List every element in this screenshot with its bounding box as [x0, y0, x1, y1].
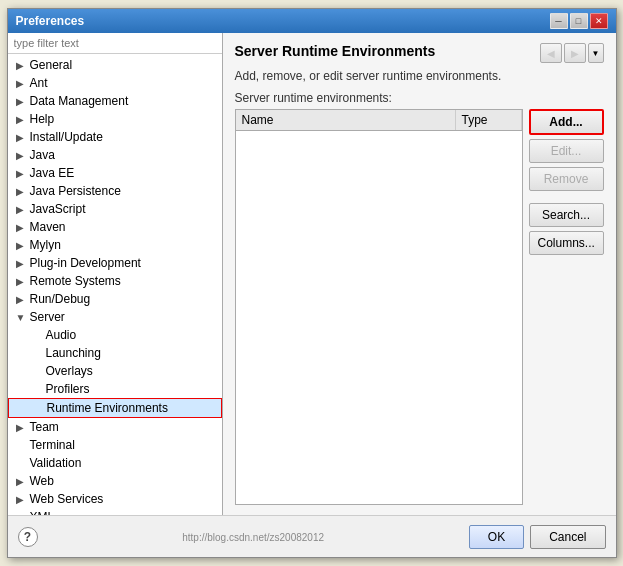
- panel-title: Server Runtime Environments: [235, 43, 436, 59]
- tree-item-label: Terminal: [30, 438, 75, 452]
- remove-button[interactable]: Remove: [529, 167, 604, 191]
- arrow-icon: ▶: [16, 186, 28, 197]
- arrow-icon: ▶: [16, 150, 28, 161]
- tree-item-runtime-environments[interactable]: Runtime Environments: [8, 398, 222, 418]
- window-controls: ─ □ ✕: [550, 13, 608, 29]
- arrow-icon: ▶: [16, 204, 28, 215]
- navigation-buttons: ◀ ▶ ▼: [540, 43, 604, 63]
- arrow-icon: ▶: [16, 294, 28, 305]
- tree-item-label: Overlays: [46, 364, 93, 378]
- content-area: ▶ General ▶ Ant ▶ Data Management ▶ Help: [8, 33, 616, 515]
- edit-button[interactable]: Edit...: [529, 139, 604, 163]
- side-buttons: Add... Edit... Remove Search... Columns.…: [529, 109, 604, 505]
- tree-item-label: Web: [30, 474, 54, 488]
- tree-item-label: Help: [30, 112, 55, 126]
- tree-item-terminal[interactable]: Terminal: [8, 436, 222, 454]
- tree-item-label: Data Management: [30, 94, 129, 108]
- tree-item-java-persistence[interactable]: ▶ Java Persistence: [8, 182, 222, 200]
- tree-item-label: General: [30, 58, 73, 72]
- tree-item-validation[interactable]: Validation: [8, 454, 222, 472]
- arrow-icon: ▶: [16, 96, 28, 107]
- tree-item-label: Audio: [46, 328, 77, 342]
- tree-item-plugin-dev[interactable]: ▶ Plug-in Development: [8, 254, 222, 272]
- tree-item-label: Java Persistence: [30, 184, 121, 198]
- arrow-icon: ▶: [16, 78, 28, 89]
- left-panel: ▶ General ▶ Ant ▶ Data Management ▶ Help: [8, 33, 223, 515]
- bottom-left: ?: [18, 527, 38, 547]
- right-panel: Server Runtime Environments ◀ ▶ ▼ Add, r…: [223, 33, 616, 515]
- columns-button[interactable]: Columns...: [529, 231, 604, 255]
- tree-item-mylyn[interactable]: ▶ Mylyn: [8, 236, 222, 254]
- forward-button[interactable]: ▶: [564, 43, 586, 63]
- arrow-icon: ▶: [16, 422, 28, 433]
- maximize-button[interactable]: □: [570, 13, 588, 29]
- add-button[interactable]: Add...: [529, 109, 604, 135]
- tree-item-help[interactable]: ▶ Help: [8, 110, 222, 128]
- tree-item-label: Remote Systems: [30, 274, 121, 288]
- title-bar: Preferences ─ □ ✕: [8, 9, 616, 33]
- tree-item-label: Profilers: [46, 382, 90, 396]
- tree-item-label: Validation: [30, 456, 82, 470]
- tree-item-label: Web Services: [30, 492, 104, 506]
- tree-item-install-update[interactable]: ▶ Install/Update: [8, 128, 222, 146]
- tree-item-label: Install/Update: [30, 130, 103, 144]
- help-button[interactable]: ?: [18, 527, 38, 547]
- list-label: Server runtime environments:: [235, 91, 604, 105]
- tree-item-launching[interactable]: Launching: [8, 344, 222, 362]
- arrow-icon: ▶: [16, 168, 28, 179]
- tree-item-web[interactable]: ▶ Web: [8, 472, 222, 490]
- tree-item-label: Plug-in Development: [30, 256, 141, 270]
- search-button[interactable]: Search...: [529, 203, 604, 227]
- name-column-header: Name: [236, 110, 456, 130]
- arrow-icon: ▶: [16, 258, 28, 269]
- tree-item-java[interactable]: ▶ Java: [8, 146, 222, 164]
- tree-item-java-ee[interactable]: ▶ Java EE: [8, 164, 222, 182]
- tree-item-label: Run/Debug: [30, 292, 91, 306]
- environments-table: Name Type: [235, 109, 523, 505]
- tree-item-run-debug[interactable]: ▶ Run/Debug: [8, 290, 222, 308]
- panel-description: Add, remove, or edit server runtime envi…: [235, 69, 604, 83]
- type-column-header: Type: [456, 110, 522, 130]
- arrow-icon: ▼: [16, 312, 28, 323]
- tree-item-label: Java EE: [30, 166, 75, 180]
- tree-item-label: Team: [30, 420, 59, 434]
- filter-input[interactable]: [8, 33, 222, 54]
- arrow-icon: ▶: [16, 132, 28, 143]
- arrow-icon: ▶: [16, 276, 28, 287]
- tree-item-profilers[interactable]: Profilers: [8, 380, 222, 398]
- back-button[interactable]: ◀: [540, 43, 562, 63]
- preferences-window: Preferences ─ □ ✕ ▶ General ▶ Ant: [7, 8, 617, 558]
- arrow-icon: ▶: [16, 60, 28, 71]
- tree-item-ant[interactable]: ▶ Ant: [8, 74, 222, 92]
- minimize-button[interactable]: ─: [550, 13, 568, 29]
- tree-item-web-services[interactable]: ▶ Web Services: [8, 490, 222, 508]
- tree-item-data-management[interactable]: ▶ Data Management: [8, 92, 222, 110]
- tree-container: ▶ General ▶ Ant ▶ Data Management ▶ Help: [8, 54, 222, 515]
- tree-item-maven[interactable]: ▶ Maven: [8, 218, 222, 236]
- tree-item-audio[interactable]: Audio: [8, 326, 222, 344]
- tree-item-team[interactable]: ▶ Team: [8, 418, 222, 436]
- watermark-text: http://blog.csdn.net/zs20082012: [182, 532, 324, 543]
- tree-item-label: Maven: [30, 220, 66, 234]
- arrow-icon: ▶: [16, 240, 28, 251]
- tree-item-label: Mylyn: [30, 238, 61, 252]
- tree-item-javascript[interactable]: ▶ JavaScript: [8, 200, 222, 218]
- arrow-icon: ▶: [16, 114, 28, 125]
- bottom-bar: ? http://blog.csdn.net/zs20082012 OK Can…: [8, 515, 616, 557]
- tree-item-general[interactable]: ▶ General: [8, 56, 222, 74]
- cancel-button[interactable]: Cancel: [530, 525, 605, 549]
- tree-item-xml[interactable]: XML: [8, 508, 222, 515]
- tree-item-label: Java: [30, 148, 55, 162]
- nav-dropdown-button[interactable]: ▼: [588, 43, 604, 63]
- arrow-icon: ▶: [16, 476, 28, 487]
- ok-button[interactable]: OK: [469, 525, 524, 549]
- tree-item-label: Ant: [30, 76, 48, 90]
- table-body: [236, 131, 522, 504]
- table-area: Name Type Add... Edit... Remove Search..…: [235, 109, 604, 505]
- tree-item-server[interactable]: ▼ Server: [8, 308, 222, 326]
- table-header: Name Type: [236, 110, 522, 131]
- close-button[interactable]: ✕: [590, 13, 608, 29]
- tree-item-remote-systems[interactable]: ▶ Remote Systems: [8, 272, 222, 290]
- tree-item-overlays[interactable]: Overlays: [8, 362, 222, 380]
- tree-item-label: Server: [30, 310, 65, 324]
